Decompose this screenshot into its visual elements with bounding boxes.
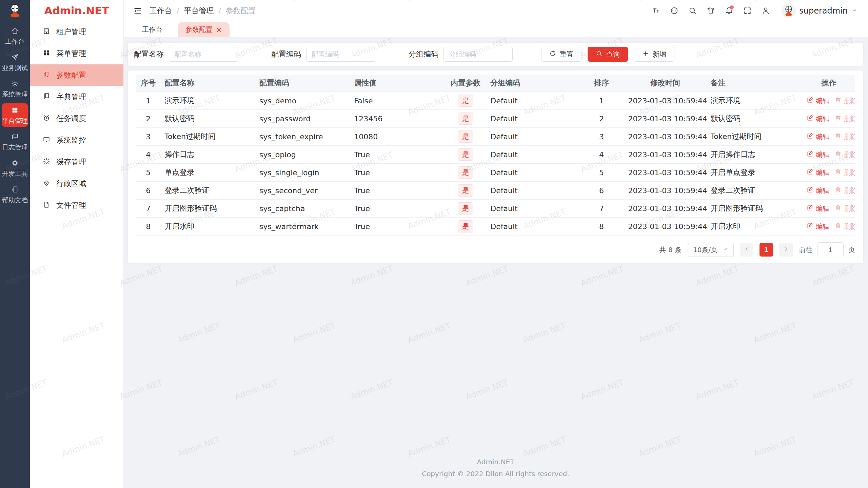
font-size-icon[interactable]: TT xyxy=(649,4,663,18)
sidebar-item-0[interactable]: 租户管理 xyxy=(30,21,123,43)
delete-button[interactable]: 删除 xyxy=(835,222,855,231)
trash-icon xyxy=(835,133,842,141)
cell-code: sys_wartermark xyxy=(255,218,350,236)
edit-button[interactable]: 编辑 xyxy=(807,186,829,195)
page-number-button[interactable]: 1 xyxy=(760,243,773,257)
edit-button[interactable]: 编辑 xyxy=(807,168,829,177)
field-input-2[interactable] xyxy=(443,47,513,62)
cell-code: sys_single_login xyxy=(255,164,350,182)
rail-item-label: 帮助文档 xyxy=(2,197,28,203)
total-count: 共 8 条 xyxy=(659,245,682,255)
delete-button[interactable]: 删除 xyxy=(835,150,855,159)
rail-item-3[interactable]: 平台管理 xyxy=(2,103,28,127)
rail-item-5[interactable]: 开发工具 xyxy=(2,156,28,180)
breadcrumb-item: 参数配置 xyxy=(226,6,256,16)
user-menu[interactable]: superadmin xyxy=(782,4,858,18)
locale-icon[interactable]: 中 xyxy=(667,4,681,18)
cell-value: 10080 xyxy=(350,128,445,146)
cell-value: 123456 xyxy=(350,110,445,128)
secondary-nav: 租户管理菜单管理参数配置字典管理任务调度系统监控缓存管理行政区域文件管理 xyxy=(30,21,123,216)
column-header: 配置名称 xyxy=(160,75,255,92)
grid-icon xyxy=(43,49,50,58)
search-toolbar: 配置名称配置编码分组编码重置查询新增 xyxy=(128,43,863,66)
prev-page-button[interactable] xyxy=(740,243,753,257)
cell-remark: 开启水印 xyxy=(707,218,803,236)
edit-button[interactable]: 编辑 xyxy=(807,150,829,159)
sidebar-item-3[interactable]: 字典管理 xyxy=(30,86,123,108)
rail-item-6[interactable]: 帮助文档 xyxy=(2,183,28,206)
fullscreen-icon[interactable] xyxy=(740,4,754,18)
rail-item-1[interactable]: 业务测试 xyxy=(2,50,28,74)
tab-0[interactable]: 工作台 xyxy=(137,22,168,37)
cell-code: sys_password xyxy=(255,110,350,128)
main-area: 工作台/平台管理/参数配置 TT中 superadmin 工作台参数配置× 配置… xyxy=(124,0,868,488)
delete-button[interactable]: 删除 xyxy=(835,114,855,123)
home-icon xyxy=(11,27,19,36)
builtin-tag: 是 xyxy=(458,220,473,232)
table-row: 3Token过期时间sys_token_expire10080是Default3… xyxy=(136,128,855,146)
next-page-button[interactable] xyxy=(779,243,793,257)
rail-item-0[interactable]: 工作台 xyxy=(2,24,28,47)
edit-button[interactable]: 编辑 xyxy=(807,114,829,123)
breadcrumb-item[interactable]: 平台管理 xyxy=(184,6,214,16)
field-input-1[interactable] xyxy=(306,47,375,62)
sidebar-item-2[interactable]: 参数配置 xyxy=(30,64,123,86)
notebook-icon xyxy=(11,186,19,195)
edit-button[interactable]: 编辑 xyxy=(807,204,829,213)
edit-button[interactable]: 编辑 xyxy=(807,96,829,105)
edit-icon xyxy=(807,115,813,123)
theme-shirt-icon[interactable] xyxy=(704,4,718,18)
cell-index: 3 xyxy=(136,128,160,146)
field-input-0[interactable] xyxy=(169,47,238,62)
breadcrumb-item[interactable]: 工作台 xyxy=(150,6,172,16)
table-header-row: 序号配置名称配置编码属性值内置参数分组编码排序修改时间备注操作 xyxy=(136,75,855,92)
delete-button[interactable]: 删除 xyxy=(835,168,855,177)
close-tab-icon[interactable]: × xyxy=(216,26,222,34)
cell-name: 开启水印 xyxy=(160,218,255,236)
app-logo[interactable] xyxy=(0,0,30,21)
pagination: 共 8 条10条/页1前往页 xyxy=(136,242,855,257)
cell-value: True xyxy=(350,182,445,200)
edit-icon xyxy=(807,133,813,141)
rail-item-2[interactable]: 系统管理 xyxy=(2,77,28,100)
edit-button[interactable]: 编辑 xyxy=(807,222,829,231)
cell-group: Default xyxy=(486,110,579,128)
cell-time: 2023-01-03 10:59:44 xyxy=(624,128,706,146)
sidebar-item-7[interactable]: 行政区域 xyxy=(30,173,123,195)
trash-icon xyxy=(835,115,842,123)
delete-button[interactable]: 删除 xyxy=(835,132,855,141)
search-icon[interactable] xyxy=(685,4,699,18)
edit-button[interactable]: 编辑 xyxy=(807,132,829,141)
collapse-menu-icon[interactable] xyxy=(132,5,143,17)
rail-item-4[interactable]: 日志管理 xyxy=(2,130,28,153)
query-button[interactable]: 查询 xyxy=(588,47,628,62)
rail-item-label: 系统管理 xyxy=(2,91,28,98)
sidebar-item-4[interactable]: 任务调度 xyxy=(30,108,123,129)
sidebar-item-1[interactable]: 菜单管理 xyxy=(30,43,123,64)
delete-button[interactable]: 删除 xyxy=(835,204,855,213)
search-field-1: 配置编码 xyxy=(271,47,375,62)
delete-button[interactable]: 删除 xyxy=(835,186,855,195)
secondary-sidebar: Admin.NET 租户管理菜单管理参数配置字典管理任务调度系统监控缓存管理行政… xyxy=(30,0,124,488)
add-button[interactable]: 新增 xyxy=(634,47,674,62)
page-size-select[interactable]: 10条/页 xyxy=(688,243,734,257)
sidebar-item-label: 系统监控 xyxy=(56,135,86,145)
reset-button[interactable]: 重置 xyxy=(541,47,581,62)
tab-1[interactable]: 参数配置× xyxy=(178,22,230,37)
profile-icon[interactable] xyxy=(758,4,773,18)
gear-icon xyxy=(11,80,19,89)
cell-group: Default xyxy=(486,146,579,164)
sidebar-item-8[interactable]: 文件管理 xyxy=(30,195,123,216)
sidebar-item-5[interactable]: 系统监控 xyxy=(30,129,123,151)
footer-title: Admin.NET xyxy=(128,456,863,468)
goto-page-input[interactable] xyxy=(817,242,844,257)
sidebar-item-label: 菜单管理 xyxy=(56,48,86,59)
delete-button[interactable]: 删除 xyxy=(835,96,855,105)
builtin-tag: 是 xyxy=(458,95,473,107)
notification-icon[interactable] xyxy=(722,4,736,18)
field-label: 配置编码 xyxy=(271,49,301,59)
sidebar-item-6[interactable]: 缓存管理 xyxy=(30,151,123,173)
chevron-down-icon xyxy=(722,246,728,254)
cell-sort: 8 xyxy=(579,218,624,236)
username: superadmin xyxy=(799,6,848,16)
